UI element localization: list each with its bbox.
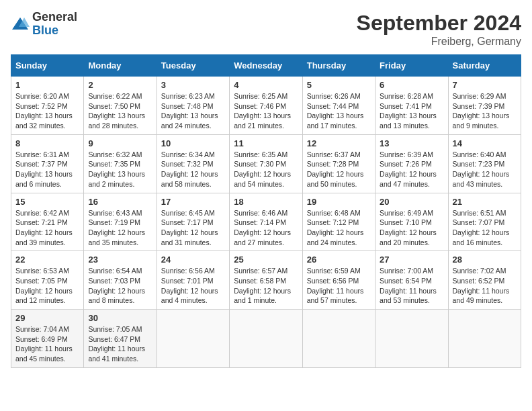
calendar-header-row: Sunday Monday Tuesday Wednesday Thursday… (11, 55, 521, 77)
day-number: 26 (307, 255, 371, 265)
day-number: 28 (453, 255, 517, 265)
day-info: Sunrise: 6:57 AM Sunset: 6:58 PM Dayligh… (234, 266, 298, 306)
day-info: Sunrise: 6:29 AM Sunset: 7:39 PM Dayligh… (453, 91, 517, 131)
day-number: 22 (15, 255, 79, 265)
day-number: 6 (380, 80, 443, 90)
day-number: 29 (15, 313, 79, 323)
table-row: 21Sunrise: 6:51 AM Sunset: 7:07 PM Dayli… (448, 193, 521, 251)
table-row: 13Sunrise: 6:39 AM Sunset: 7:26 PM Dayli… (375, 134, 448, 193)
table-row: 14Sunrise: 6:40 AM Sunset: 7:23 PM Dayli… (448, 134, 521, 193)
calendar-table: Sunday Monday Tuesday Wednesday Thursday… (11, 54, 521, 368)
table-row: 24Sunrise: 6:56 AM Sunset: 7:01 PM Dayli… (157, 251, 229, 310)
title-section: September 2024 Freiberg, Germany (357, 11, 521, 48)
day-info: Sunrise: 6:43 AM Sunset: 7:19 PM Dayligh… (88, 208, 152, 248)
month-year-title: September 2024 (357, 11, 521, 36)
logo-text: General Blue (32, 11, 77, 38)
calendar-week-1: 1Sunrise: 6:20 AM Sunset: 7:52 PM Daylig… (11, 77, 521, 135)
day-info: Sunrise: 6:40 AM Sunset: 7:23 PM Dayligh… (453, 150, 517, 189)
location-subtitle: Freiberg, Germany (357, 36, 521, 48)
day-info: Sunrise: 6:31 AM Sunset: 7:37 PM Dayligh… (15, 150, 79, 189)
table-row (448, 310, 521, 368)
table-row: 28Sunrise: 7:02 AM Sunset: 6:52 PM Dayli… (448, 251, 521, 310)
logo-blue-text: Blue (32, 24, 77, 38)
day-info: Sunrise: 6:22 AM Sunset: 7:50 PM Dayligh… (88, 91, 152, 131)
table-row (230, 310, 302, 368)
header-thursday: Thursday (302, 55, 375, 77)
day-info: Sunrise: 7:00 AM Sunset: 6:54 PM Dayligh… (380, 266, 443, 306)
calendar-week-3: 15Sunrise: 6:42 AM Sunset: 7:21 PM Dayli… (11, 193, 521, 251)
day-info: Sunrise: 6:20 AM Sunset: 7:52 PM Dayligh… (15, 91, 79, 131)
table-row: 9Sunrise: 6:32 AM Sunset: 7:35 PM Daylig… (84, 134, 157, 193)
table-row: 11Sunrise: 6:35 AM Sunset: 7:30 PM Dayli… (230, 134, 302, 193)
table-row: 12Sunrise: 6:37 AM Sunset: 7:28 PM Dayli… (302, 134, 375, 193)
day-number: 15 (15, 197, 79, 207)
day-number: 8 (15, 138, 79, 148)
table-row: 3Sunrise: 6:23 AM Sunset: 7:48 PM Daylig… (157, 77, 229, 135)
table-row (375, 310, 448, 368)
day-info: Sunrise: 6:26 AM Sunset: 7:44 PM Dayligh… (307, 91, 371, 131)
table-row (157, 310, 229, 368)
day-info: Sunrise: 6:28 AM Sunset: 7:41 PM Dayligh… (380, 91, 443, 131)
day-number: 20 (380, 197, 443, 207)
day-info: Sunrise: 6:35 AM Sunset: 7:30 PM Dayligh… (234, 150, 298, 189)
day-number: 4 (234, 80, 298, 90)
header-tuesday: Tuesday (157, 55, 229, 77)
day-info: Sunrise: 6:46 AM Sunset: 7:14 PM Dayligh… (234, 208, 298, 248)
logo: General Blue (11, 11, 77, 38)
table-row: 10Sunrise: 6:34 AM Sunset: 7:32 PM Dayli… (157, 134, 229, 193)
day-number: 30 (88, 313, 152, 323)
day-info: Sunrise: 6:48 AM Sunset: 7:12 PM Dayligh… (307, 208, 371, 248)
day-number: 13 (380, 138, 443, 148)
day-number: 21 (453, 197, 517, 207)
table-row: 18Sunrise: 6:46 AM Sunset: 7:14 PM Dayli… (230, 193, 302, 251)
table-row: 1Sunrise: 6:20 AM Sunset: 7:52 PM Daylig… (11, 77, 84, 135)
table-row: 29Sunrise: 7:04 AM Sunset: 6:49 PM Dayli… (11, 310, 84, 368)
table-row: 4Sunrise: 6:25 AM Sunset: 7:46 PM Daylig… (230, 77, 302, 135)
header-friday: Friday (375, 55, 448, 77)
table-row: 2Sunrise: 6:22 AM Sunset: 7:50 PM Daylig… (84, 77, 157, 135)
day-number: 17 (161, 197, 225, 207)
day-info: Sunrise: 6:23 AM Sunset: 7:48 PM Dayligh… (161, 91, 225, 131)
day-number: 24 (161, 255, 225, 265)
day-info: Sunrise: 6:25 AM Sunset: 7:46 PM Dayligh… (234, 91, 298, 131)
table-row: 26Sunrise: 6:59 AM Sunset: 6:56 PM Dayli… (302, 251, 375, 310)
day-info: Sunrise: 6:59 AM Sunset: 6:56 PM Dayligh… (307, 266, 371, 306)
day-number: 3 (161, 80, 225, 90)
table-row: 25Sunrise: 6:57 AM Sunset: 6:58 PM Dayli… (230, 251, 302, 310)
day-number: 14 (453, 138, 517, 148)
day-info: Sunrise: 6:53 AM Sunset: 7:05 PM Dayligh… (15, 266, 79, 306)
day-info: Sunrise: 6:56 AM Sunset: 7:01 PM Dayligh… (161, 266, 225, 306)
day-number: 12 (307, 138, 371, 148)
day-number: 27 (380, 255, 443, 265)
table-row (302, 310, 375, 368)
day-number: 1 (15, 80, 79, 90)
day-info: Sunrise: 7:02 AM Sunset: 6:52 PM Dayligh… (453, 266, 517, 306)
logo-icon (11, 15, 30, 34)
day-info: Sunrise: 6:37 AM Sunset: 7:28 PM Dayligh… (307, 150, 371, 189)
day-number: 16 (88, 197, 152, 207)
day-info: Sunrise: 6:39 AM Sunset: 7:26 PM Dayligh… (380, 150, 443, 189)
day-info: Sunrise: 6:49 AM Sunset: 7:10 PM Dayligh… (380, 208, 443, 248)
table-row: 27Sunrise: 7:00 AM Sunset: 6:54 PM Dayli… (375, 251, 448, 310)
table-row: 22Sunrise: 6:53 AM Sunset: 7:05 PM Dayli… (11, 251, 84, 310)
table-row: 19Sunrise: 6:48 AM Sunset: 7:12 PM Dayli… (302, 193, 375, 251)
day-info: Sunrise: 6:51 AM Sunset: 7:07 PM Dayligh… (453, 208, 517, 248)
table-row: 5Sunrise: 6:26 AM Sunset: 7:44 PM Daylig… (302, 77, 375, 135)
page-header: General Blue September 2024 Freiberg, Ge… (11, 11, 521, 48)
day-number: 7 (453, 80, 517, 90)
table-row: 17Sunrise: 6:45 AM Sunset: 7:17 PM Dayli… (157, 193, 229, 251)
header-sunday: Sunday (11, 55, 84, 77)
day-number: 9 (88, 138, 152, 148)
table-row: 7Sunrise: 6:29 AM Sunset: 7:39 PM Daylig… (448, 77, 521, 135)
day-info: Sunrise: 6:34 AM Sunset: 7:32 PM Dayligh… (161, 150, 225, 189)
day-number: 10 (161, 138, 225, 148)
day-info: Sunrise: 6:42 AM Sunset: 7:21 PM Dayligh… (15, 208, 79, 248)
header-wednesday: Wednesday (230, 55, 302, 77)
table-row: 30Sunrise: 7:05 AM Sunset: 6:47 PM Dayli… (84, 310, 157, 368)
day-number: 19 (307, 197, 371, 207)
day-info: Sunrise: 6:32 AM Sunset: 7:35 PM Dayligh… (88, 150, 152, 189)
table-row: 20Sunrise: 6:49 AM Sunset: 7:10 PM Dayli… (375, 193, 448, 251)
day-number: 18 (234, 197, 298, 207)
day-info: Sunrise: 6:45 AM Sunset: 7:17 PM Dayligh… (161, 208, 225, 248)
table-row: 8Sunrise: 6:31 AM Sunset: 7:37 PM Daylig… (11, 134, 84, 193)
